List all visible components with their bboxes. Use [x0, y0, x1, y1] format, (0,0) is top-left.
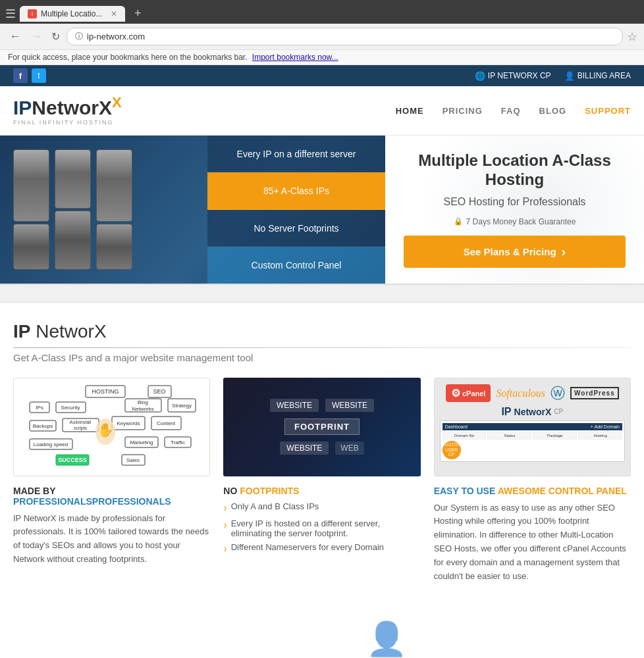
- header: IPNetworXX FINAL INFINITY HOSTING HOME P…: [0, 86, 644, 136]
- section-description: Get A-Class IPs and a major website mana…: [13, 352, 631, 363]
- address-bar-row: ← → ↻ ⓘ ip-networx.com ☆: [0, 24, 644, 50]
- main-nav: HOME PRICING FAQ BLOG SUPPORT: [396, 106, 631, 116]
- facebook-icon[interactable]: f: [13, 68, 28, 83]
- section-title: IP NetworX: [13, 321, 631, 342]
- hero-title: Multiple Location A-Class Hosting: [404, 151, 626, 190]
- hero-subtitle: SEO Hosting for Professionals: [404, 196, 626, 208]
- reload-button[interactable]: ↻: [49, 29, 63, 44]
- logo-networx: NetworX: [32, 97, 112, 118]
- star-icon[interactable]: ☆: [627, 30, 637, 44]
- import-bookmarks-link[interactable]: Import bookmarks now...: [252, 53, 338, 62]
- svg-text:Blog: Blog: [138, 399, 148, 405]
- title-bold: IP: [13, 321, 30, 342]
- card-image-hosting: HOSTING SEO IPs Security Blog Networ: [13, 378, 210, 476]
- top-bar-links: 🌐 IP NETWORX CP 👤 BILLING AREA: [475, 71, 631, 81]
- card-footprints: WEBSITE WEBSITE FOOTPRINT WEBSITE WEB 👤 …: [223, 378, 420, 584]
- svg-text:Loading speed: Loading speed: [33, 442, 68, 447]
- hero-label-2: 85+ A-Class IPs: [207, 172, 385, 209]
- card-highlight-2: FOOTPRINTS: [240, 486, 299, 496]
- logo-sub: FINAL INFINITY HOSTING: [13, 119, 122, 126]
- list-item-2: › Every IP is hosted on a different serv…: [223, 519, 420, 538]
- nav-home[interactable]: HOME: [396, 106, 424, 116]
- nav-pricing[interactable]: PRICING: [443, 106, 483, 116]
- secure-icon: ⓘ: [75, 31, 83, 42]
- svg-text:Keywords: Keywords: [117, 420, 140, 426]
- logo-main: IPNetworXX: [13, 95, 122, 118]
- nav-support[interactable]: SUPPORT: [585, 106, 631, 116]
- forward-button[interactable]: →: [28, 28, 45, 45]
- svg-text:Security: Security: [61, 405, 80, 411]
- hero-section: Every IP on a different server 85+ A-Cla…: [0, 136, 644, 284]
- list-item-1: › Only A and B Class IPs: [223, 501, 420, 515]
- section-divider: [0, 284, 644, 303]
- website-label-row: WEBSITE WEBSITE: [270, 399, 374, 412]
- svg-text:Autoinstall: Autoinstall: [70, 420, 92, 424]
- tab-label: Multiple Locatio...: [41, 9, 102, 18]
- card-tag-2: NO: [223, 486, 237, 496]
- card-image-footprints: WEBSITE WEBSITE FOOTPRINT WEBSITE WEB 👤: [223, 378, 420, 476]
- tab-close-icon[interactable]: ✕: [111, 9, 117, 18]
- card-list-2: › Only A and B Class IPs › Every IP is h…: [223, 501, 420, 557]
- website-label-bottom: WEBSITE WEB: [280, 442, 363, 455]
- card-tag-1: MADE BY: [13, 486, 55, 496]
- cards-container: HOSTING SEO IPs Security Blog Networ: [13, 378, 631, 584]
- browser-menu-icon[interactable]: ☰: [5, 7, 16, 21]
- card-title-3: EASY TO USE AWESOME CONTROL PANEL: [434, 486, 631, 496]
- globe-icon: 🌐: [475, 71, 485, 81]
- card-professionals: HOSTING SEO IPs Security Blog Networ: [13, 378, 210, 584]
- cta-arrow-icon: ›: [562, 244, 566, 259]
- hero-content: Multiple Location A-Class Hosting SEO Ho…: [385, 136, 644, 284]
- hero-image-area: Every IP on a different server 85+ A-Cla…: [0, 136, 385, 284]
- nav-faq[interactable]: FAQ: [501, 106, 521, 116]
- back-button[interactable]: ←: [7, 28, 24, 45]
- cp-link[interactable]: 🌐 IP NETWORX CP: [475, 71, 551, 81]
- address-bar[interactable]: ⓘ ip-networx.com: [67, 28, 623, 45]
- svg-text:SUCCESS: SUCCESS: [58, 457, 87, 463]
- card-image-control: ⚙cPanel Softaculous ⓦ WordPress IP Netwo…: [434, 378, 631, 476]
- main-content: IP NetworX Get A-Class IPs and a major w…: [0, 303, 644, 602]
- card-body-3: Our System is as easy to use as any othe…: [434, 501, 631, 584]
- card-highlight-3: AWESOME CONTROL PANEL: [498, 486, 627, 496]
- card-title-1: MADE BY PROFESSIONALSPROFESSIONALS: [13, 486, 210, 507]
- logo-ip: IP: [13, 97, 32, 118]
- bookmarks-bar: For quick access, place your bookmarks h…: [0, 50, 644, 65]
- svg-text:SEO: SEO: [153, 388, 165, 395]
- svg-text:Traffic: Traffic: [171, 440, 185, 445]
- svg-text:Strategy: Strategy: [172, 403, 192, 409]
- svg-text:scripts: scripts: [74, 426, 88, 431]
- server-group: [13, 149, 132, 270]
- browser-chrome: ☰ i Multiple Locatio... ✕ +: [0, 0, 644, 24]
- cta-label: See Plans & Pricing: [464, 246, 556, 257]
- twitter-icon[interactable]: t: [32, 68, 46, 83]
- card-tag-3: EASY TO USE: [434, 486, 496, 496]
- footprint-badge: FOOTPRINT: [284, 418, 360, 435]
- hero-label-3: No Server Footprints: [207, 210, 385, 247]
- address-text: ip-networx.com: [87, 32, 145, 41]
- card-title-2: NO FOOTPRINTS: [223, 486, 420, 496]
- user-icon: 👤: [564, 71, 575, 81]
- card-control-panel: ⚙cPanel Softaculous ⓦ WordPress IP Netwo…: [434, 378, 631, 584]
- tab-favicon: i: [28, 9, 37, 18]
- hero-label-1: Every IP on a different server: [207, 136, 385, 172]
- social-icons: f t: [13, 68, 46, 83]
- svg-text:Content: Content: [157, 420, 176, 426]
- title-divider: [13, 347, 631, 348]
- hero-guarantee: 🔒 7 Days Money Back Guarantee: [404, 217, 626, 226]
- svg-text:Backups: Backups: [32, 423, 53, 429]
- nav-blog[interactable]: BLOG: [539, 106, 567, 116]
- top-bar: f t 🌐 IP NETWORX CP 👤 BILLING AREA: [0, 65, 644, 86]
- browser-tab-new[interactable]: +: [129, 3, 147, 24]
- svg-text:IPs: IPs: [36, 405, 43, 411]
- svg-text:Marketing: Marketing: [130, 440, 153, 445]
- svg-text:✋: ✋: [97, 422, 113, 438]
- browser-tab-active[interactable]: i Multiple Locatio... ✕: [20, 6, 125, 22]
- svg-text:Sales: Sales: [126, 457, 140, 463]
- svg-text:Networks: Networks: [132, 406, 153, 412]
- billing-link[interactable]: 👤 BILLING AREA: [564, 71, 631, 81]
- cta-button[interactable]: See Plans & Pricing ›: [404, 236, 626, 268]
- logo: IPNetworXX FINAL INFINITY HOSTING: [13, 95, 122, 126]
- svg-text:HOSTING: HOSTING: [92, 388, 119, 395]
- card-body-1: IP NetworX is made by professionals for …: [13, 512, 210, 567]
- list-bullet-1: ›: [223, 501, 227, 515]
- card-highlight-1: PROFESSIONALS: [13, 496, 92, 507]
